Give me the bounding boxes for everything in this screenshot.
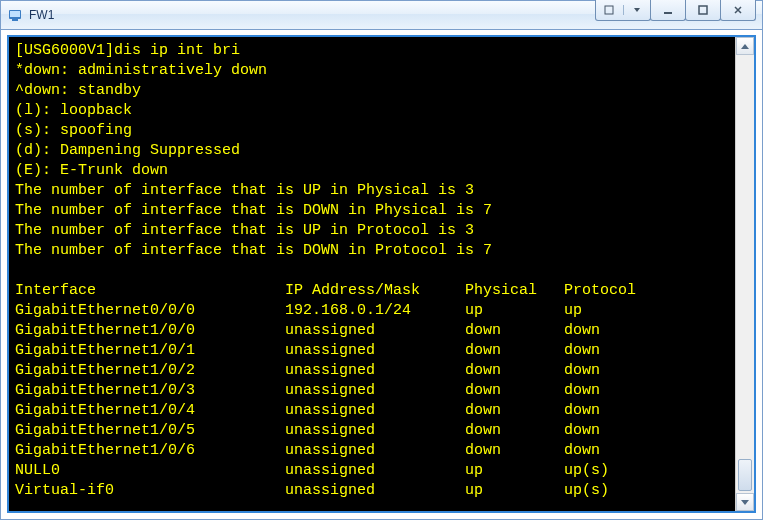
window-title: FW1 bbox=[29, 8, 54, 22]
scroll-up-button[interactable] bbox=[736, 37, 754, 55]
svg-rect-4 bbox=[664, 12, 672, 14]
scroll-down-button[interactable] bbox=[736, 493, 754, 511]
terminal-output[interactable]: [USG6000V1]dis ip int bri *down: adminis… bbox=[9, 37, 735, 511]
terminal-container: [USG6000V1]dis ip int bri *down: adminis… bbox=[7, 35, 756, 513]
svg-rect-1 bbox=[10, 11, 20, 17]
vertical-scrollbar[interactable] bbox=[735, 37, 754, 511]
window-controls bbox=[596, 0, 756, 21]
titlebar[interactable]: FW1 bbox=[1, 1, 762, 30]
app-window: FW1 [USG6000V1]dis ip int bri *down: a bbox=[0, 0, 763, 520]
svg-rect-2 bbox=[12, 19, 18, 21]
scrollbar-thumb[interactable] bbox=[738, 459, 752, 491]
window-split-button[interactable] bbox=[595, 0, 651, 21]
maximize-button[interactable] bbox=[685, 0, 721, 21]
svg-rect-5 bbox=[699, 6, 707, 14]
app-icon bbox=[7, 7, 23, 23]
close-button[interactable] bbox=[720, 0, 756, 21]
window-split-right-icon bbox=[624, 8, 651, 12]
window-split-left-icon bbox=[596, 5, 624, 15]
minimize-button[interactable] bbox=[650, 0, 686, 21]
svg-rect-3 bbox=[605, 6, 613, 14]
